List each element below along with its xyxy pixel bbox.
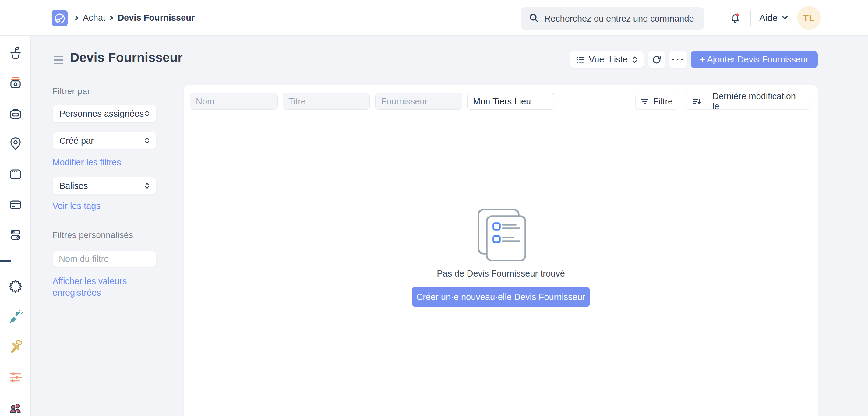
search-placeholder: Recherchez ou entrez une commande bbox=[544, 14, 694, 24]
people-icon[interactable] bbox=[8, 399, 24, 415]
tools-icon[interactable] bbox=[8, 340, 24, 355]
breadcrumb-item-current[interactable]: Devis Fournisseur bbox=[118, 13, 195, 23]
assigned-to-dropdown[interactable]: Personnes assignées bbox=[52, 105, 156, 122]
create-new-button[interactable]: Créer un·e nouveau·elle Devis Fournisseu… bbox=[412, 287, 590, 307]
chevron-right-icon bbox=[108, 15, 115, 21]
empty-state-message: Pas de Devis Fournisseur trouvé bbox=[184, 268, 818, 279]
sort-button[interactable]: Dernière modification le bbox=[685, 93, 810, 109]
page-title: Devis Fournisseur bbox=[70, 50, 183, 65]
chevron-down-icon bbox=[781, 13, 788, 23]
app-logo-icon[interactable] bbox=[52, 10, 68, 26]
sort-button-divider bbox=[707, 96, 707, 106]
tags-dropdown[interactable]: Balises bbox=[52, 177, 156, 195]
list-view-card: Filtre Dernière modification le bbox=[184, 85, 818, 416]
page-menu-icon[interactable] bbox=[54, 56, 63, 64]
selector-icon bbox=[144, 137, 150, 145]
filter-row-divider bbox=[184, 120, 818, 120]
chevron-right-icon bbox=[74, 15, 80, 21]
selector-icon bbox=[144, 109, 150, 118]
filter-button[interactable]: Filtre bbox=[635, 93, 678, 109]
selector-icon bbox=[632, 56, 638, 64]
breadcrumb: Achat Devis Fournisseur bbox=[74, 0, 195, 36]
avatar[interactable]: TL bbox=[797, 6, 821, 30]
more-options-button[interactable]: ··· bbox=[670, 51, 687, 68]
gear-icon[interactable] bbox=[8, 279, 24, 294]
list-view-icon bbox=[576, 56, 585, 64]
plug-icon[interactable] bbox=[8, 309, 24, 325]
workspace-sidebar bbox=[0, 36, 31, 416]
briefcase-icon[interactable] bbox=[8, 106, 24, 122]
help-menu[interactable]: Aide bbox=[759, 13, 788, 23]
view-switcher-label: Vue: Liste bbox=[589, 55, 628, 65]
bell-icon[interactable] bbox=[728, 11, 742, 25]
camera-icon[interactable] bbox=[8, 75, 24, 91]
filter-icon bbox=[641, 97, 649, 106]
custom-filters-label: Filtres personnalisés bbox=[52, 230, 133, 240]
navbar-right-cluster: Aide TL bbox=[728, 0, 821, 36]
edit-filters-link[interactable]: Modifier les filtres bbox=[52, 157, 121, 168]
sort-button-label: Dernière modification le bbox=[712, 91, 803, 111]
filter-button-label: Filtre bbox=[653, 97, 673, 106]
empty-state-documents-icon bbox=[476, 207, 526, 262]
saved-values-link[interactable]: Afficher les valeurs enregistrées bbox=[52, 275, 156, 298]
quick-filter-titre[interactable] bbox=[283, 93, 370, 109]
selector-icon bbox=[144, 182, 150, 190]
add-devis-fournisseur-button[interactable]: + Ajouter Devis Fournisseur bbox=[691, 51, 818, 68]
filter-by-label: Filtrer par bbox=[52, 87, 90, 96]
bank-card-icon[interactable] bbox=[8, 196, 24, 212]
created-by-label: Créé par bbox=[59, 136, 94, 146]
tags-label: Balises bbox=[59, 181, 88, 191]
sort-descending-icon bbox=[692, 97, 701, 106]
navbar-divider bbox=[750, 10, 751, 26]
assigned-to-label: Personnes assignées bbox=[59, 109, 144, 119]
help-label: Aide bbox=[759, 13, 778, 23]
created-by-dropdown[interactable]: Créé par bbox=[52, 132, 156, 150]
quick-filter-fournisseur[interactable] bbox=[375, 93, 462, 109]
top-navbar: Achat Devis Fournisseur Recherchez ou en… bbox=[0, 0, 868, 36]
breadcrumb-item-achat[interactable]: Achat bbox=[83, 13, 105, 23]
filter-name-input[interactable] bbox=[52, 251, 156, 267]
search-icon bbox=[529, 13, 539, 24]
global-search-input[interactable]: Recherchez ou entrez une commande bbox=[521, 7, 704, 30]
refresh-button[interactable] bbox=[648, 51, 665, 68]
browser-window-icon[interactable] bbox=[8, 166, 24, 182]
quick-filter-nom[interactable] bbox=[190, 93, 278, 109]
refresh-icon bbox=[652, 55, 661, 65]
see-tags-link[interactable]: Voir les tags bbox=[52, 200, 100, 212]
map-pin-icon[interactable] bbox=[8, 135, 24, 151]
quick-filter-tiers-lieu[interactable] bbox=[467, 93, 554, 109]
sliders-icon[interactable] bbox=[8, 370, 24, 385]
sidebar-section-divider bbox=[0, 260, 11, 262]
view-switcher-button[interactable]: Vue: Liste bbox=[570, 51, 644, 68]
toggles-icon[interactable] bbox=[8, 227, 24, 243]
app-root: Achat Devis Fournisseur Recherchez ou en… bbox=[0, 0, 868, 416]
plant-pot-icon[interactable] bbox=[8, 45, 24, 61]
